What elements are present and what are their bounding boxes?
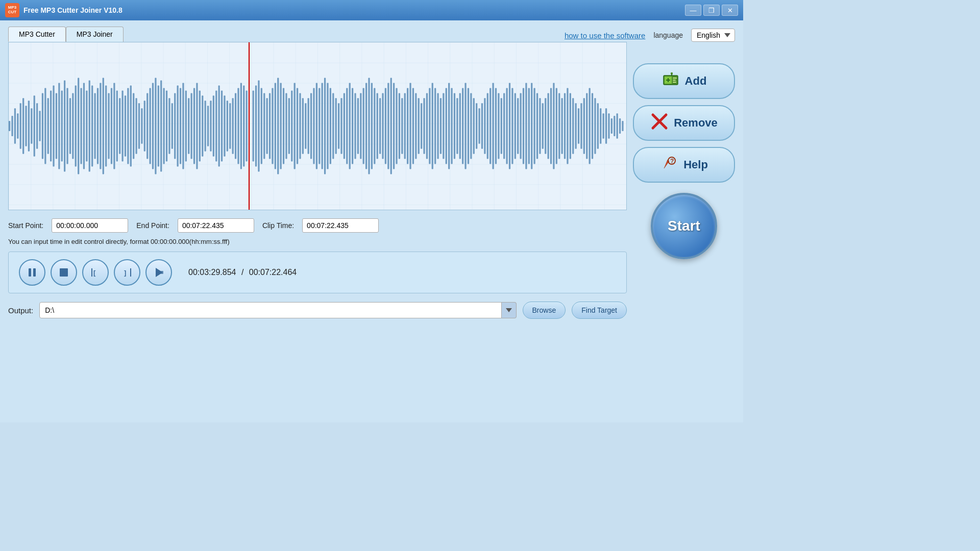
svg-rect-148 (415, 93, 416, 159)
svg-rect-20 (58, 83, 60, 169)
svg-rect-21 (61, 90, 63, 161)
hint-text: You can input time in edit control direc… (8, 238, 627, 245)
svg-rect-92 (261, 88, 262, 164)
svg-rect-87 (243, 85, 244, 166)
svg-rect-86 (240, 83, 242, 169)
svg-rect-28 (80, 88, 82, 164)
svg-rect-112 (316, 83, 317, 169)
svg-rect-132 (371, 83, 373, 169)
tabs-row: MP3 Cutter MP3 Joiner how to use the sof… (8, 27, 735, 42)
svg-rect-228 (91, 268, 92, 277)
svg-rect-185 (517, 98, 519, 154)
svg-rect-77 (215, 90, 217, 161)
svg-rect-67 (188, 98, 189, 154)
svg-rect-226 (33, 268, 36, 277)
svg-rect-58 (163, 88, 165, 164)
play-button[interactable] (145, 259, 172, 286)
svg-rect-242 (673, 82, 676, 83)
svg-rect-73 (205, 101, 206, 151)
svg-rect-166 (464, 83, 466, 169)
svg-rect-126 (354, 93, 356, 159)
svg-rect-241 (673, 80, 676, 81)
svg-rect-240 (673, 78, 677, 79)
svg-rect-25 (72, 93, 74, 159)
svg-rect-98 (277, 78, 279, 174)
svg-rect-214 (597, 103, 599, 148)
add-button[interactable]: Add (633, 63, 735, 99)
svg-rect-72 (202, 95, 203, 156)
start-point-input[interactable] (52, 218, 128, 233)
svg-rect-46 (130, 85, 132, 166)
start-button[interactable]: Start (651, 193, 717, 259)
svg-rect-221 (617, 113, 618, 139)
svg-rect-36 (103, 78, 104, 174)
svg-rect-66 (185, 90, 187, 161)
svg-rect-149 (418, 98, 420, 154)
window-controls: — ❒ ✕ (685, 5, 738, 16)
set-start-button[interactable]: [ (82, 259, 109, 286)
svg-rect-42 (119, 98, 120, 154)
svg-rect-223 (622, 121, 623, 131)
svg-rect-16 (47, 98, 49, 154)
svg-rect-59 (166, 90, 167, 161)
tab-mp3-cutter[interactable]: MP3 Cutter (8, 27, 66, 42)
svg-rect-237 (671, 72, 673, 74)
svg-rect-97 (275, 83, 276, 169)
svg-rect-45 (127, 88, 129, 164)
svg-rect-198 (553, 83, 554, 169)
svg-rect-165 (462, 88, 463, 164)
svg-rect-216 (603, 113, 604, 139)
svg-rect-141 (396, 88, 397, 164)
tab-mp3-joiner[interactable]: MP3 Joiner (66, 27, 124, 42)
svg-rect-156 (437, 93, 438, 159)
svg-rect-144 (404, 93, 406, 159)
svg-rect-130 (365, 83, 367, 169)
time-separator: / (241, 268, 243, 277)
svg-rect-84 (235, 93, 236, 159)
end-point-input[interactable] (178, 218, 254, 233)
help-button[interactable]: ? Help (633, 147, 735, 183)
svg-rect-54 (152, 83, 154, 169)
svg-rect-103 (291, 90, 292, 161)
pause-button[interactable] (19, 259, 45, 286)
svg-rect-206 (575, 103, 577, 148)
svg-rect-32 (91, 85, 93, 166)
output-row: Output: Browse Find Target (8, 302, 627, 319)
svg-rect-197 (550, 88, 552, 164)
end-point-label: End Point: (136, 221, 169, 230)
svg-rect-179 (501, 98, 502, 154)
find-target-button[interactable]: Find Target (572, 302, 627, 319)
svg-rect-102 (288, 98, 290, 154)
output-dropdown-button[interactable] (501, 302, 517, 318)
svg-rect-201 (561, 98, 563, 154)
maximize-button[interactable]: ❒ (703, 5, 720, 16)
svg-rect-173 (484, 98, 485, 154)
how-to-link[interactable]: how to use the software (565, 31, 645, 40)
browse-button[interactable]: Browse (523, 302, 566, 319)
output-path-input[interactable] (39, 302, 516, 318)
minimize-button[interactable]: — (685, 5, 701, 16)
svg-rect-13 (39, 111, 40, 141)
svg-rect-136 (382, 93, 383, 159)
language-select[interactable]: English (691, 29, 735, 42)
help-icon-svg: ? (660, 154, 678, 172)
svg-rect-143 (401, 98, 403, 154)
svg-rect-75 (210, 101, 211, 151)
svg-rect-131 (368, 78, 370, 174)
svg-rect-169 (473, 98, 475, 154)
stop-button[interactable] (51, 259, 77, 286)
svg-rect-138 (387, 83, 389, 169)
close-button[interactable]: ✕ (722, 5, 738, 16)
svg-rect-158 (443, 93, 444, 159)
waveform-container[interactable] (8, 42, 627, 210)
svg-rect-204 (570, 93, 571, 159)
remove-button[interactable]: Remove (633, 105, 735, 141)
svg-rect-219 (611, 118, 612, 134)
dropdown-icon (506, 308, 512, 312)
tabs-right: how to use the software language English (565, 29, 735, 42)
time-display: 00:03:29.854 / 00:07:22.464 (188, 268, 297, 277)
clip-time-input[interactable] (302, 218, 379, 233)
svg-rect-61 (172, 103, 173, 148)
set-end-button[interactable]: ] (114, 259, 140, 286)
svg-rect-11 (34, 95, 35, 156)
